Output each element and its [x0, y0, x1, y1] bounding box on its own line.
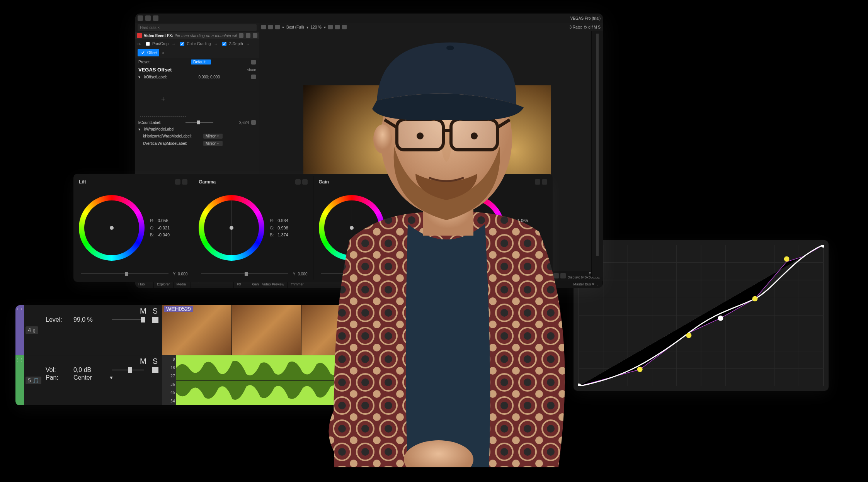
- perf-flags[interactable]: fx d f M S: [584, 25, 601, 29]
- keyframe-icon[interactable]: [251, 75, 256, 79]
- reset-icon[interactable]: [295, 179, 301, 185]
- svg-point-19: [637, 367, 643, 372]
- audio-meters: [591, 31, 603, 277]
- automation-button[interactable]: [152, 317, 158, 323]
- picker-icon[interactable]: [302, 179, 308, 185]
- svg-point-24: [821, 245, 824, 248]
- svg-point-23: [784, 256, 790, 262]
- db-ruler: 91827364554: [162, 355, 176, 405]
- video-track-tab[interactable]: ⋮⋮: [15, 305, 24, 355]
- svg-point-41: [373, 124, 392, 154]
- fx-search-input[interactable]: [138, 24, 257, 31]
- wheel-gamma[interactable]: Gamma R:0.934 G:0.998 B:1.374 Y0.000: [193, 176, 313, 280]
- folder-icon[interactable]: [138, 15, 143, 21]
- svg-point-40: [471, 132, 478, 139]
- svg-point-21: [718, 316, 723, 321]
- param-hwrap[interactable]: kHorizontalWrapModeLabel: Mirror: [135, 132, 259, 140]
- app-menubar[interactable]: VEGAS Pro (trial): [135, 14, 603, 23]
- track-index[interactable]: 5🎵: [26, 377, 41, 384]
- playhead[interactable]: [205, 355, 205, 405]
- keyframe-icon[interactable]: [251, 120, 256, 125]
- bypass-icon[interactable]: [239, 33, 243, 38]
- about-link[interactable]: About: [247, 68, 256, 72]
- level-slider[interactable]: [112, 319, 144, 320]
- save-preset-icon[interactable]: [251, 60, 256, 64]
- audio-track-tab[interactable]: ⋮⋮: [15, 355, 24, 405]
- plugin-title: VEGAS Offset: [138, 67, 172, 73]
- external-icon[interactable]: [261, 25, 266, 29]
- refresh-icon[interactable]: [268, 25, 273, 29]
- mute-button[interactable]: M: [140, 357, 147, 366]
- quality-dropdown[interactable]: Best (Full): [286, 25, 304, 29]
- track-index[interactable]: 4▯: [26, 326, 38, 334]
- param-count[interactable]: kCountLabel: 2,624: [135, 119, 259, 126]
- chain-pancrop[interactable]: Pan/Crop: [143, 40, 170, 48]
- curves-panel[interactable]: [574, 240, 829, 391]
- fx-chain[interactable]: o- Pan/Crop→ Color Grading→ Z-Depth→ Off…: [135, 39, 259, 58]
- svg-point-20: [686, 333, 691, 338]
- svg-point-42: [446, 46, 454, 50]
- menu-icon[interactable]: [153, 15, 158, 21]
- preset-label: Preset:: [138, 60, 151, 64]
- video-event-fx-header: Video Event FX: the-man-standing-on-a-mo…: [135, 32, 259, 39]
- vfx-clip-name: the-man-standing-on-a-mountain-with-a-be…: [175, 34, 237, 38]
- clip-name: WEH0529: [164, 306, 193, 312]
- presenter-photo: [307, 23, 585, 467]
- automation-button[interactable]: [152, 367, 158, 373]
- vol-slider[interactable]: [112, 370, 144, 370]
- param-vwrap[interactable]: kVerticalWrapModeLabel: Mirror: [135, 140, 259, 147]
- pan-dropdown[interactable]: ▼: [109, 375, 114, 380]
- wheel-lift[interactable]: Lift R:0.055 G:-0.021 B:-0.049 Y0.000: [73, 176, 193, 280]
- param-offset: ▾ kOffsetLabel: 0,000; 0,000: [135, 73, 259, 80]
- svg-point-39: [417, 132, 424, 139]
- offset-pad[interactable]: +: [140, 82, 186, 117]
- vwrap-dropdown[interactable]: Mirror: [203, 141, 223, 146]
- preset-dropdown[interactable]: Default: [191, 59, 211, 64]
- fx-icon: [137, 33, 142, 38]
- solo-button[interactable]: S: [153, 357, 158, 366]
- chain-colorgrading[interactable]: Color Grading: [177, 40, 212, 48]
- save-icon[interactable]: [145, 15, 151, 21]
- vfx-title: Video Event FX:: [144, 34, 173, 38]
- reset-icon[interactable]: [175, 179, 180, 185]
- screenshot-icon[interactable]: [275, 25, 280, 29]
- split-icon[interactable]: [246, 33, 250, 38]
- mute-button[interactable]: M: [140, 307, 147, 316]
- app-title: VEGAS Pro (trial): [570, 16, 601, 20]
- playhead[interactable]: [205, 305, 205, 355]
- picker-icon[interactable]: [182, 179, 187, 185]
- hwrap-dropdown[interactable]: Mirror: [203, 134, 223, 139]
- chain-offset[interactable]: Offset: [138, 49, 159, 56]
- param-wrap-group[interactable]: ▾ kWrapModeLabel: [135, 126, 259, 132]
- chain-zdepth[interactable]: Z-Depth: [219, 40, 244, 48]
- help-icon[interactable]: [253, 33, 257, 38]
- solo-button[interactable]: S: [153, 307, 158, 316]
- svg-point-22: [752, 296, 758, 302]
